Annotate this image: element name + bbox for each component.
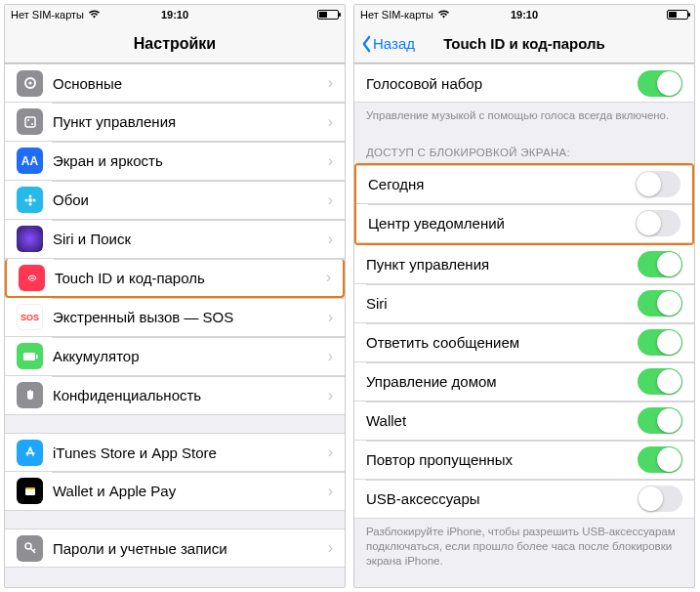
svg-rect-2 — [25, 117, 35, 127]
row-notification-center[interactable]: Центр уведомлений — [356, 204, 692, 243]
navbar: Назад Touch ID и код-пароль — [354, 24, 694, 63]
switch-return-missed[interactable] — [638, 446, 682, 473]
chevron-right-icon: › — [328, 74, 333, 92]
row-wallet[interactable]: Wallet — [354, 402, 694, 441]
chevron-right-icon: › — [328, 309, 333, 326]
row-usb-accessories[interactable]: USB-аксессуары — [354, 480, 694, 519]
clock: 19:10 — [511, 9, 538, 21]
sliders-icon — [17, 108, 43, 135]
row-general[interactable]: Основные › — [5, 63, 345, 103]
touchid-list[interactable]: Голосовой набор Управление музыкой с пом… — [354, 63, 694, 587]
svg-point-8 — [24, 198, 27, 201]
row-label: USB-аксессуары — [366, 490, 638, 507]
switch-today[interactable] — [636, 171, 680, 197]
row-label: Ответить сообщением — [366, 334, 638, 351]
switch-voice-dial[interactable] — [638, 70, 682, 97]
switch-notification-center[interactable] — [636, 210, 680, 236]
page-title: Touch ID и код-пароль — [443, 35, 605, 52]
row-label: Пароли и учетные записи — [53, 540, 324, 557]
row-siri[interactable]: Siri — [354, 284, 694, 323]
status-bar: Нет SIM-карты 19:10 — [354, 5, 694, 24]
row-wallpaper[interactable]: Обои › — [5, 181, 345, 220]
svg-rect-13 — [25, 487, 35, 489]
usb-footer: Разблокируйте iPhone, чтобы разрешить US… — [354, 519, 694, 578]
battery-icon — [667, 10, 688, 20]
sos-icon: SOS — [17, 304, 43, 330]
row-label: Голосовой набор — [366, 75, 638, 92]
svg-point-3 — [27, 119, 29, 121]
row-siri[interactable]: Siri и Поиск › — [5, 220, 345, 259]
row-label: Wallet и Apple Pay — [53, 483, 324, 499]
svg-rect-12 — [25, 488, 35, 495]
row-wallet-applepay[interactable]: Wallet и Apple Pay › — [5, 472, 345, 511]
wifi-icon — [437, 9, 450, 21]
svg-rect-11 — [36, 355, 38, 359]
carrier-text: Нет SIM-карты — [360, 9, 433, 21]
row-touch-id[interactable]: Touch ID и код-пароль › — [5, 259, 345, 298]
row-label: Siri и Поиск — [53, 231, 324, 247]
appstore-icon — [17, 440, 43, 466]
row-label: Wallet — [366, 412, 638, 429]
row-control-center[interactable]: Пункт управления — [354, 245, 694, 284]
back-label: Назад — [373, 35, 415, 52]
svg-point-1 — [28, 82, 31, 85]
hand-icon — [17, 382, 43, 408]
key-icon — [17, 535, 43, 562]
row-privacy[interactable]: Конфиденциальность › — [5, 376, 345, 415]
battery-icon — [317, 10, 339, 20]
chevron-right-icon: › — [326, 269, 331, 286]
row-battery[interactable]: Аккумулятор › — [5, 337, 345, 376]
switch-reply-message[interactable] — [638, 329, 682, 356]
carrier-text: Нет SIM-карты — [11, 9, 84, 21]
row-return-missed[interactable]: Повтор пропущенных — [354, 441, 694, 480]
svg-point-9 — [32, 198, 35, 201]
row-label: Центр уведомлений — [368, 215, 636, 232]
touchid-passcode-screen: Нет SIM-карты 19:10 Назад Touch ID и код… — [353, 4, 695, 588]
switch-usb-accessories[interactable] — [638, 486, 682, 512]
row-label: Обои — [53, 191, 324, 208]
row-label: Пункт управления — [366, 256, 638, 273]
row-itunes-appstore[interactable]: iTunes Store и App Store › — [5, 433, 345, 472]
svg-point-7 — [28, 202, 31, 205]
chevron-right-icon: › — [328, 152, 333, 170]
flower-icon — [17, 187, 43, 213]
status-bar: Нет SIM-карты 19:10 — [5, 5, 345, 24]
row-passwords[interactable]: Пароли и учетные записи › — [5, 529, 345, 568]
page-title: Настройки — [134, 35, 216, 53]
navbar: Настройки — [5, 24, 345, 63]
chevron-right-icon: › — [328, 348, 333, 365]
row-label: Аккумулятор — [53, 348, 324, 364]
row-label: Управление домом — [366, 373, 638, 390]
row-label: Экран и яркость — [53, 152, 324, 169]
clock: 19:10 — [161, 9, 188, 21]
chevron-right-icon: › — [328, 231, 333, 248]
row-label: Основные — [53, 75, 324, 92]
chevron-right-icon: › — [328, 444, 333, 461]
gear-icon — [17, 70, 43, 97]
switch-home-control[interactable] — [638, 368, 682, 395]
fingerprint-icon — [19, 265, 45, 291]
switch-wallet[interactable] — [638, 407, 682, 434]
row-display[interactable]: AA Экран и яркость › — [5, 142, 345, 181]
row-voice-dial[interactable]: Голосовой набор — [354, 63, 694, 103]
chevron-right-icon: › — [328, 191, 333, 209]
svg-point-5 — [28, 198, 32, 202]
settings-list[interactable]: Основные › Пункт управления › AA Экран и… — [5, 63, 345, 587]
siri-icon — [17, 226, 43, 252]
row-emergency-sos[interactable]: SOS Экстренный вызов — SOS › — [5, 298, 345, 337]
row-home-control[interactable]: Управление домом — [354, 362, 694, 402]
wallet-icon — [17, 478, 43, 504]
switch-siri[interactable] — [638, 290, 682, 317]
svg-rect-10 — [23, 353, 35, 360]
switch-control-center[interactable] — [638, 251, 682, 277]
row-today-view[interactable]: Сегодня — [356, 165, 692, 204]
text-size-icon: AA — [17, 148, 43, 174]
chevron-right-icon: › — [328, 483, 333, 500]
chevron-right-icon: › — [328, 539, 333, 557]
row-label: iTunes Store и App Store — [53, 444, 324, 461]
wifi-icon — [88, 9, 101, 21]
row-reply-message[interactable]: Ответить сообщением — [354, 323, 694, 362]
back-button[interactable]: Назад — [360, 35, 415, 53]
row-label: Конфиденциальность — [53, 387, 324, 403]
row-control-center[interactable]: Пункт управления › — [5, 103, 345, 142]
